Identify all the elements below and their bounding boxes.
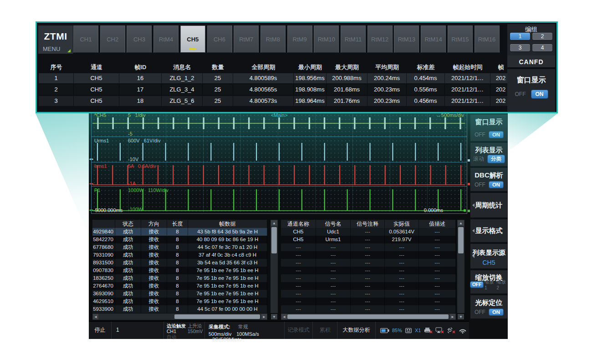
scroll-down-icon[interactable]: ▼ (458, 314, 464, 319)
table-row[interactable]: 4629510成功接收87e 95 1b ee 7e 95 1b ee H (92, 298, 267, 305)
option-off[interactable]: OFF (475, 131, 485, 138)
tab-ch2[interactable]: CH2 (100, 25, 125, 53)
tab-rtm7[interactable]: RtM7 (234, 25, 259, 53)
scroll-right-icon[interactable]: ► (450, 314, 455, 319)
table-row[interactable]: CH5Urms1---219.97V--- (281, 236, 456, 243)
sidebar-item-list-display[interactable]: 列表显示滚动分类 (470, 143, 507, 166)
tab-ch5[interactable]: CH5 (180, 25, 205, 53)
sidebar-item-dbc-decode[interactable]: DBC解析OFFON (470, 168, 507, 191)
table-row[interactable]: 7931090成功接收837 af 4f 0c 3b c4 c8 c9 H (92, 251, 267, 259)
table-cell: CH5 (74, 73, 119, 83)
table-cell: 成功 (115, 282, 141, 290)
sidebar-item-cursor-position[interactable]: 光标定位OFFON (470, 295, 507, 318)
scrollbar-thumb[interactable] (271, 227, 277, 253)
tab-rtm15[interactable]: RtM15 (448, 25, 473, 53)
table-row[interactable]: --------------- (281, 267, 456, 274)
scrollbar-thumb[interactable] (458, 227, 464, 253)
tab-rtm10[interactable]: RtM10 (314, 25, 339, 53)
group-button-1[interactable]: 1 (510, 33, 530, 40)
option-row: OFFON (470, 131, 507, 138)
option-off[interactable]: OFF (470, 282, 483, 288)
group-button-4[interactable]: 4 (532, 44, 552, 51)
tab-rtm8[interactable]: RtM8 (260, 25, 286, 53)
scroll-up-icon[interactable]: ▲ (271, 220, 277, 226)
waveform-track-4: P11000W 110W/div-100W (92, 186, 467, 212)
table-row[interactable]: 1836250成功接收87e 95 1b ee 7e 95 1b ee H (92, 274, 267, 282)
option-分类[interactable]: 分类 (488, 155, 505, 163)
option-缩放2[interactable]: 缩放2 (497, 279, 508, 290)
sidebar-item-zoom-switch[interactable]: 缩放切换OFF缩放1缩放2 (470, 270, 507, 293)
option-off[interactable]: OFF (475, 309, 485, 315)
group-button-2[interactable]: 2 (532, 33, 552, 40)
table-cell: 3b 54 ea 5d 35 66 3f c3 H (188, 259, 267, 267)
table-row[interactable]: --------------- (281, 305, 456, 313)
channel-marker-urms-icon[interactable]: ◄► (88, 157, 94, 161)
window-display-on[interactable]: ON (531, 90, 548, 98)
option-缩放1[interactable]: 缩放1 (485, 279, 495, 290)
table-row[interactable]: --------------- (281, 274, 456, 282)
option-on[interactable]: ON (489, 131, 503, 138)
sidebar-item-list-source[interactable]: 列表显示源CH5 (470, 244, 507, 268)
tab-rtm13[interactable]: RtM13 (394, 25, 419, 53)
channel-marker-p1-icon[interactable]: ◄► (88, 208, 94, 212)
tab-ch6[interactable]: CH6 (207, 25, 232, 53)
option-on[interactable]: ON (489, 182, 503, 188)
table-row[interactable]: --------------- (281, 251, 456, 259)
table-row[interactable]: 2764670成功接收87e 95 1b ee 7e 95 1b ee H (92, 282, 267, 290)
option-滚动[interactable]: 滚动 (473, 155, 484, 163)
tab-ch3[interactable]: CH3 (127, 25, 152, 53)
tab-rtm4[interactable]: RtM4 (153, 25, 179, 53)
table-row[interactable]: 0907830成功接收87e 95 1b ee 7e 95 1b ee H (92, 267, 267, 274)
sidebar-item-period-stats[interactable]: 周期统计 (470, 193, 507, 217)
table-row[interactable]: --------------- (281, 298, 456, 305)
table-row[interactable]: --------------- (281, 243, 456, 251)
scroll-down-icon[interactable]: ▼ (271, 314, 277, 319)
table-row[interactable]: 3CH518ZLG_5_6254.800573s198.964ms201.76m… (39, 96, 510, 106)
scroll-right-icon[interactable]: ► (261, 314, 267, 319)
channel-marker-irms-icon[interactable]: ◄► (88, 182, 94, 185)
table-row[interactable]: 2CH517ZLG_3_4254.800565s198.908ms201.68m… (39, 85, 510, 95)
table-row[interactable]: 4929840成功接收843 5b f8 64 3d 5b 9a 2e H (92, 228, 267, 236)
table-row[interactable]: 8931500成功接收83b 54 ea 5d 35 66 3f c3 H (92, 259, 267, 267)
table-row[interactable]: 5933900成功接收844 5c 07 fe 00 00 00 00 H (92, 305, 267, 313)
canfd-menu-header[interactable]: CANFD (507, 56, 555, 68)
tab-rtm12[interactable]: RtM12 (367, 25, 393, 53)
tab-label: CH2 (107, 36, 118, 43)
collapse-arrow-icon[interactable] (472, 254, 475, 258)
sidebar-item-display-format[interactable]: 显示格式 (470, 219, 507, 242)
vertical-scrollbar[interactable]: ▲ (457, 220, 464, 313)
table-row[interactable]: --------------- (281, 259, 456, 267)
tab-rtm14[interactable]: RtM14 (421, 25, 446, 53)
scrollbar-thumb[interactable] (174, 314, 260, 319)
table-row[interactable]: CH5Udc1---0.053614V--- (281, 228, 456, 236)
vertical-scrollbar[interactable]: ▲ (270, 220, 278, 313)
scrollbar-thumb[interactable] (287, 314, 449, 319)
horizontal-scrollbar[interactable]: ◄► (92, 313, 267, 320)
table-row[interactable]: 5842270成功接收840 80 09 69 bc 86 6e 19 H (92, 236, 267, 243)
horizontal-scrollbar[interactable]: ◄► (281, 313, 456, 320)
collapse-arrow-icon[interactable] (472, 229, 475, 233)
scroll-up-icon[interactable]: ▲ (458, 220, 464, 226)
window-display-off[interactable]: OFF (515, 91, 526, 97)
accumulate-label[interactable]: 累积 (313, 322, 337, 339)
table-row[interactable]: 6778680成功接收844 5c 07 fe 3c 70 a1 20 H (92, 243, 267, 251)
sidebar-menu: 窗口显示OFFON列表显示滚动分类DBC解析OFFON周期统计显示格式列表显示源… (470, 109, 508, 339)
sidebar-item-window-display[interactable]: 窗口显示OFFON (470, 115, 507, 141)
table-row[interactable]: 1CH516ZLG_1_2254.800589s198.956ms200.988… (39, 73, 510, 83)
tab-rtm11[interactable]: RtM11 (341, 25, 366, 53)
table-row[interactable]: --------------- (281, 282, 456, 290)
scroll-left-icon[interactable]: ◄ (281, 314, 287, 319)
tab-rtm16[interactable]: RtM16 (475, 25, 500, 53)
table-row[interactable]: --------------- (281, 290, 456, 298)
tab-ch1[interactable]: CH1 (73, 25, 98, 53)
collapse-arrow-icon[interactable] (472, 203, 475, 207)
scroll-left-icon[interactable]: ◄ (93, 314, 98, 319)
option-on[interactable]: ON (489, 309, 503, 315)
big-data-analysis-label[interactable]: 大数据分析 (337, 322, 376, 339)
menu-button[interactable]: MENU (43, 46, 60, 52)
option-off[interactable]: OFF (475, 182, 485, 188)
record-mode-label[interactable]: 记录模式 (285, 322, 313, 339)
tab-rtm9[interactable]: RtM9 (287, 25, 312, 53)
table-row[interactable]: 3693090成功接收87e 95 1b ee 7e 95 1b ee H (92, 290, 267, 298)
group-button-3[interactable]: 3 (510, 44, 530, 51)
